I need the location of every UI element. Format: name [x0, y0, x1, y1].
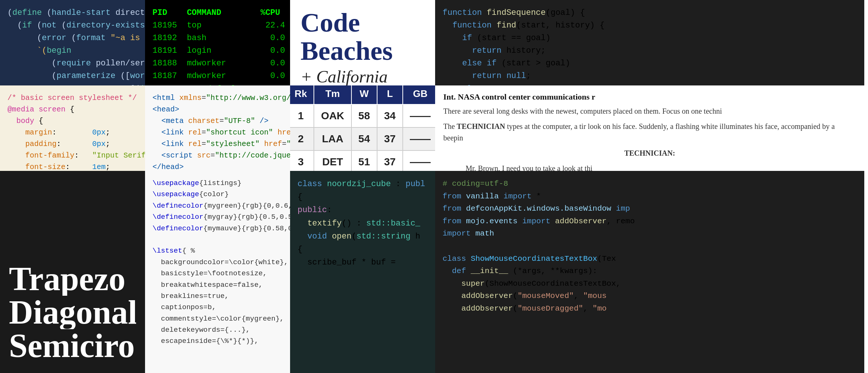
scheme-code: (define (handle-start directory [p (if (…	[7, 7, 138, 85]
css-code: /* basic screen stylesheet */ @media scr…	[7, 92, 138, 171]
col-l: L	[377, 85, 403, 104]
cell-l: 37	[377, 127, 403, 150]
beaches-title: Code Beaches	[300, 9, 425, 65]
screenplay-title: Int. NASA control center communications …	[443, 92, 856, 102]
cell-gb: ——	[403, 104, 435, 127]
cell-rk: 1	[290, 104, 314, 127]
cell-rk: 3	[290, 150, 314, 171]
col-gb: GB	[403, 85, 435, 104]
cell-tm: DET	[314, 150, 351, 171]
cpp-panel: class noordzij_cube : publ { public: tex…	[290, 171, 435, 373]
latex-code: \usepackage{listings} \usepackage{color}…	[152, 178, 283, 347]
screenplay-body-2: The TECHNICIAN types at the computer, a …	[443, 121, 856, 144]
table-row: 2 LAA 54 37 ——	[290, 127, 435, 150]
col-w: W	[351, 85, 377, 104]
python-panel: # coding=utf-8 from vanilla import * fro…	[435, 171, 864, 373]
table-row: 1 OAK 58 34 ——	[290, 104, 435, 127]
screenplay-dialog: Mr. Brown, I need you to take a look at …	[443, 163, 856, 171]
trapezoid-line-1: Trapezo	[9, 262, 136, 296]
cell-tm: LAA	[314, 127, 351, 150]
trapezoid-line-3: Semiciro	[9, 329, 136, 363]
js-code: function findSequence(goal) { function f…	[443, 7, 857, 85]
cell-l: 34	[377, 104, 403, 127]
cell-tm: OAK	[314, 104, 351, 127]
html-panel: <html xmlns="http://www.w3.org/1999/> <h…	[145, 85, 290, 171]
process-panel: PID COMMAND %CPU TIME 18195 top 22.4 00:…	[145, 0, 290, 85]
table-row: 3 DET 51 37 ——	[290, 150, 435, 171]
cell-w: 51	[351, 150, 377, 171]
process-code: PID COMMAND %CPU TIME 18195 top 22.4 00:…	[152, 7, 283, 85]
sports-panel: Rk Tm W L GB 1 OAK 58 34 —— 2 LAA 54 37 …	[290, 85, 435, 171]
cell-gb: ——	[403, 127, 435, 150]
trapezoid-line-2: Diagonal	[9, 296, 136, 329]
cell-l: 37	[377, 150, 403, 171]
beaches-item-1: + California	[300, 67, 425, 85]
screenplay-body-1: There are several long desks with the ne…	[443, 106, 856, 117]
cpp-code: class noordzij_cube : publ { public: tex…	[298, 178, 428, 269]
screenplay-character: TECHNICIAN:	[443, 147, 856, 159]
beaches-panel: Code Beaches + California + New York + W…	[290, 0, 435, 85]
scheme-panel: (define (handle-start directory [p (if (…	[0, 0, 145, 85]
sports-table: Rk Tm W L GB 1 OAK 58 34 —— 2 LAA 54 37 …	[290, 85, 435, 171]
latex-panel: \usepackage{listings} \usepackage{color}…	[145, 171, 290, 373]
cell-rk: 2	[290, 127, 314, 150]
cell-gb: ——	[403, 150, 435, 171]
col-rk: Rk	[290, 85, 314, 104]
python-code: # coding=utf-8 from vanilla import * fro…	[443, 178, 857, 315]
cell-w: 58	[351, 104, 377, 127]
col-tm: Tm	[314, 85, 351, 104]
css-panel: /* basic screen stylesheet */ @media scr…	[0, 85, 145, 171]
cell-w: 54	[351, 127, 377, 150]
screenplay-panel: Int. NASA control center communications …	[435, 85, 864, 171]
html-code: <html xmlns="http://www.w3.org/1999/> <h…	[152, 92, 283, 171]
trapezoid-panel: Trapezo Diagonal Semiciro	[0, 171, 145, 373]
jscode-panel: function findSequence(goal) { function f…	[435, 0, 864, 85]
